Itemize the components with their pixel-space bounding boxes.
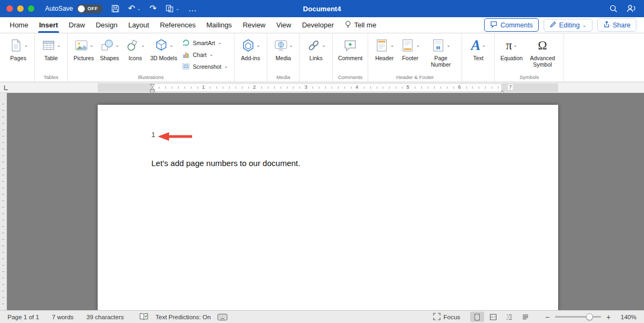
3d-models-button[interactable]: ⌄ 3D Models xyxy=(149,36,179,61)
ruler-number: 5 xyxy=(405,84,410,90)
print-layout-view-button[interactable] xyxy=(470,312,484,322)
chevron-down-icon: ⌄ xyxy=(57,43,61,48)
ruler-strip: 1 2 3 4 5 6 7 xyxy=(98,83,558,92)
advanced-symbol-button[interactable]: Ω Advanced Symbol xyxy=(525,36,560,68)
chevron-down-icon: ⌄ xyxy=(209,52,214,57)
word-window: AutoSave OFF ↶⌄ ↷ ⌄ … Document4 Home Ins… xyxy=(0,0,644,323)
group-label-media: Media xyxy=(276,74,290,81)
smartart-button[interactable]: SmartArt ⌄ xyxy=(182,39,222,47)
chevron-down-icon: ⌄ xyxy=(218,40,222,45)
group-label-comments: Comments xyxy=(338,74,363,81)
focus-button[interactable]: Focus xyxy=(433,313,460,321)
comment-button[interactable]: Comment xyxy=(336,36,364,61)
media-button[interactable]: ⌄ Media xyxy=(271,36,296,61)
editing-button[interactable]: Editing ⌄ xyxy=(544,19,592,32)
zoom-slider[interactable] xyxy=(555,316,601,318)
chart-button[interactable]: Chart ⌄ xyxy=(182,51,213,59)
tab-references[interactable]: References xyxy=(155,17,201,33)
equation-button[interactable]: π ⌄ Equation xyxy=(499,36,524,61)
status-page-count[interactable]: Page 1 of 1 xyxy=(8,314,39,320)
table-icon xyxy=(41,38,56,53)
document-title: Document4 xyxy=(303,5,341,13)
ribbon-group-tables: ⌄ Table Tables xyxy=(35,33,68,82)
maximize-button[interactable] xyxy=(28,5,34,12)
tab-draw[interactable]: Draw xyxy=(63,17,90,33)
links-button[interactable]: ⌄ Links xyxy=(304,36,328,61)
zoom-slider-knob[interactable] xyxy=(586,313,593,320)
group-label-tables: Tables xyxy=(43,74,58,81)
status-word-count[interactable]: 7 words xyxy=(52,314,74,320)
ribbon-group-pages: ⌄ Pages xyxy=(2,33,35,82)
ribbon-group-links: ⌄ Links xyxy=(300,33,333,82)
icons-button[interactable]: ⌄ Icons xyxy=(123,36,148,61)
shapes-icon xyxy=(100,38,114,53)
ribbon-group-comments: Comment Comments xyxy=(333,33,369,82)
header-button[interactable]: ⌄ Header xyxy=(372,36,397,61)
document-body-text[interactable]: Let’s add page numbers to our document. xyxy=(151,159,300,168)
close-button[interactable] xyxy=(6,5,13,12)
footer-button[interactable]: ⌄ Footer xyxy=(398,36,422,61)
autosave-toggle[interactable]: OFF xyxy=(77,4,103,13)
chevron-down-icon: ⌄ xyxy=(115,43,120,48)
page-number-button[interactable]: ⌄ Page Number xyxy=(423,36,458,68)
chevron-down-icon: ⌄ xyxy=(141,43,145,48)
pages-button[interactable]: ⌄ Pages xyxy=(6,36,31,61)
pictures-button[interactable]: ⌄ Pictures xyxy=(71,36,96,61)
tab-home[interactable]: Home xyxy=(4,17,34,33)
account-icon[interactable] xyxy=(626,4,636,13)
paste-icon[interactable]: ⌄ xyxy=(165,4,180,13)
draft-view-button[interactable] xyxy=(518,312,532,322)
proofing-icon[interactable] xyxy=(139,313,149,321)
more-icon[interactable]: … xyxy=(188,4,196,13)
chevron-down-icon: ⌄ xyxy=(482,43,486,48)
ruler-number: 4 xyxy=(354,84,359,90)
tab-selector-icon[interactable] xyxy=(3,84,9,94)
vertical-ruler-ticks xyxy=(2,104,4,310)
comment-bubble-icon xyxy=(490,20,497,30)
ruler-number: 3 xyxy=(303,84,308,90)
addins-button[interactable]: ⌄ Add-ins xyxy=(238,36,263,61)
document-page[interactable]: 1 Let’s add page numbers to our document… xyxy=(98,105,558,310)
header-page-number[interactable]: 1 xyxy=(151,131,155,139)
zoom-in-button[interactable]: + xyxy=(606,313,611,321)
outline-view-button[interactable] xyxy=(502,312,516,322)
web-layout-view-button[interactable] xyxy=(486,312,500,322)
chevron-down-icon: ⌄ xyxy=(257,43,261,48)
screenshot-button[interactable]: Screenshot ⌄ xyxy=(182,62,228,70)
red-arrow-annotation xyxy=(158,132,193,143)
text-button[interactable]: A ⌄ Text xyxy=(466,36,491,61)
chevron-down-icon: ⌄ xyxy=(513,43,517,48)
tab-layout[interactable]: Layout xyxy=(123,17,155,33)
shapes-button[interactable]: ⌄ Shapes xyxy=(97,36,122,61)
tab-insert[interactable]: Insert xyxy=(34,17,63,33)
tab-mailings[interactable]: Mailings xyxy=(201,17,237,33)
share-button[interactable]: Share xyxy=(597,18,636,32)
zoom-out-button[interactable]: − xyxy=(545,313,550,321)
focus-icon xyxy=(433,313,441,321)
tab-developer[interactable]: Developer xyxy=(297,17,339,33)
ribbon-group-header-footer: ⌄ Header ⌄ Footer ⌄ Page Numb xyxy=(368,33,462,82)
tab-view[interactable]: View xyxy=(271,17,297,33)
status-text-predictions[interactable]: Text Predictions: On xyxy=(156,314,211,320)
table-button[interactable]: ⌄ Table xyxy=(39,36,63,61)
save-icon[interactable] xyxy=(111,4,120,13)
tab-design[interactable]: Design xyxy=(90,17,122,33)
chevron-down-icon: ⌄ xyxy=(582,23,587,28)
tab-tell-me[interactable]: Tell me xyxy=(339,17,382,33)
chevron-down-icon: ⌄ xyxy=(416,43,420,48)
redo-icon[interactable]: ↷ xyxy=(150,4,157,13)
undo-icon[interactable]: ↶⌄ xyxy=(128,4,141,13)
keyboard-icon[interactable] xyxy=(217,313,228,321)
ruler-number: 1 xyxy=(201,84,206,90)
search-icon[interactable] xyxy=(609,4,618,13)
addins-icon xyxy=(241,38,255,53)
chevron-down-icon: ⌄ xyxy=(175,6,180,11)
comments-button[interactable]: Comments xyxy=(484,18,538,32)
minimize-button[interactable] xyxy=(17,5,24,12)
zoom-level[interactable]: 140% xyxy=(616,314,636,320)
tab-review[interactable]: Review xyxy=(237,17,271,33)
chart-icon xyxy=(182,51,190,59)
smartart-icon xyxy=(182,39,190,47)
header-icon xyxy=(375,38,389,53)
status-character-count[interactable]: 39 characters xyxy=(86,314,124,320)
